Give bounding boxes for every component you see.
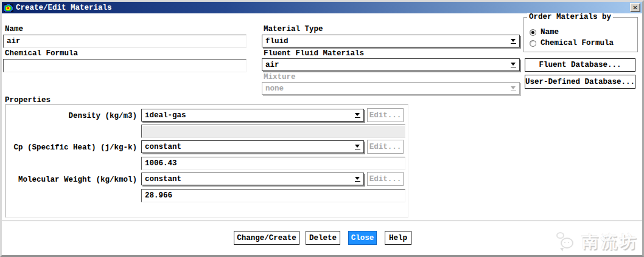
app-icon (4, 4, 13, 12)
name-label: Name (5, 25, 23, 33)
density-value-input (141, 125, 405, 138)
watermark: 南流坊 (556, 231, 639, 253)
molecular-weight-method-dropdown[interactable]: constant (141, 173, 364, 185)
radio-icon (530, 40, 536, 47)
mixture-dropdown: none (262, 82, 520, 95)
material-type-label: Material Type (264, 25, 323, 33)
order-materials-by-title: Order Materials by (527, 13, 613, 21)
density-method-dropdown[interactable]: ideal-gas (141, 109, 364, 122)
order-materials-by-group: Order Materials by Name Chemical Formula (523, 17, 638, 52)
chevron-down-icon (351, 177, 363, 182)
chemical-formula-input[interactable] (3, 59, 247, 72)
cp-label: Cp (Specific Heat) (j/kg-k) (2, 143, 137, 152)
cp-value-input[interactable]: 1006.43 (141, 157, 405, 170)
fluent-database-button[interactable]: Fluent Database... (525, 58, 635, 72)
wechat-icon (556, 232, 578, 252)
fluent-fluid-materials-label: Fluent Fluid Materials (264, 49, 364, 58)
close-icon: ✕ (632, 4, 637, 11)
density-edit-button: Edit... (367, 108, 404, 122)
properties-title: Properties (5, 96, 51, 105)
footer-separator (2, 221, 642, 221)
cp-edit-button: Edit... (367, 140, 404, 154)
name-input[interactable]: air (3, 35, 247, 48)
radio-icon (530, 29, 536, 36)
mixture-label: Mixture (264, 73, 296, 81)
change-create-button[interactable]: Change/Create (234, 231, 299, 245)
dialog-content: Name air Chemical Formula Material Type … (2, 13, 642, 255)
window-close-button[interactable]: ✕ (630, 3, 640, 12)
chevron-down-icon (507, 39, 519, 44)
chevron-down-icon (351, 145, 363, 149)
molecular-weight-label: Molecular Weight (kg/kmol) (2, 176, 137, 184)
molecular-weight-edit-button: Edit... (367, 172, 404, 186)
titlebar[interactable]: Create/Edit Materials ✕ (2, 2, 642, 13)
create-edit-materials-dialog: Create/Edit Materials ✕ Name air Chemica… (0, 0, 644, 257)
cp-method-dropdown[interactable]: constant (141, 140, 364, 153)
window-title: Create/Edit Materials (16, 4, 112, 12)
molecular-weight-value-input[interactable]: 28.966 (141, 189, 405, 202)
help-button[interactable]: Help (385, 231, 411, 245)
density-label: Density (kg/m3) (2, 112, 137, 120)
delete-button[interactable]: Delete (306, 231, 340, 245)
watermark-text: 南流坊 (582, 231, 639, 253)
fluent-fluid-materials-dropdown[interactable]: air (262, 58, 520, 71)
chemical-formula-label: Chemical Formula (5, 49, 78, 58)
user-defined-database-button[interactable]: User-Defined Database... (525, 75, 635, 89)
chevron-down-icon (507, 86, 519, 91)
chevron-down-icon (351, 113, 363, 118)
close-button[interactable]: Close (348, 231, 377, 245)
radio-order-by-name[interactable]: Name (530, 28, 559, 36)
radio-order-by-chemical-formula[interactable]: Chemical Formula (530, 39, 614, 47)
chevron-down-icon (507, 63, 519, 67)
material-type-dropdown[interactable]: fluid (262, 35, 520, 47)
